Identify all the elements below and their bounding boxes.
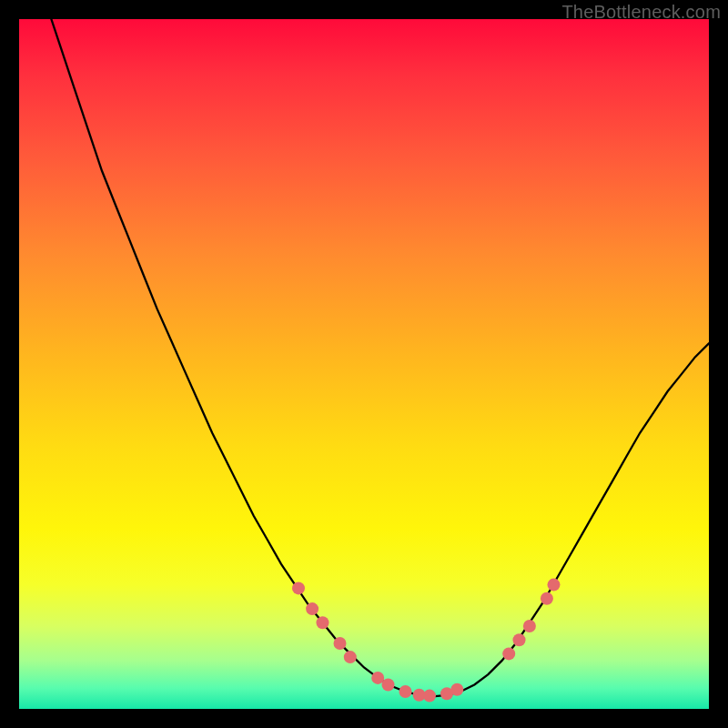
highlight-dot <box>548 579 561 592</box>
plot-area <box>19 19 709 709</box>
highlight-dot <box>541 592 553 605</box>
curve-layer <box>19 19 709 709</box>
highlight-dot <box>399 685 412 698</box>
highlight-dot <box>334 637 347 650</box>
highlight-markers <box>292 579 561 703</box>
chart-frame: TheBottleneck.com <box>0 0 728 728</box>
highlight-dot <box>513 633 526 646</box>
bottleneck-curve <box>46 19 709 696</box>
highlight-dot <box>344 651 357 663</box>
highlight-dot <box>423 690 436 703</box>
highlight-dot <box>382 679 395 692</box>
highlight-dot <box>502 647 515 660</box>
highlight-dot <box>306 602 318 615</box>
highlight-dot <box>450 683 463 696</box>
highlight-dot <box>317 616 329 629</box>
highlight-dot <box>523 620 536 632</box>
watermark-text: TheBottleneck.com <box>561 2 721 23</box>
highlight-dot <box>292 581 305 594</box>
